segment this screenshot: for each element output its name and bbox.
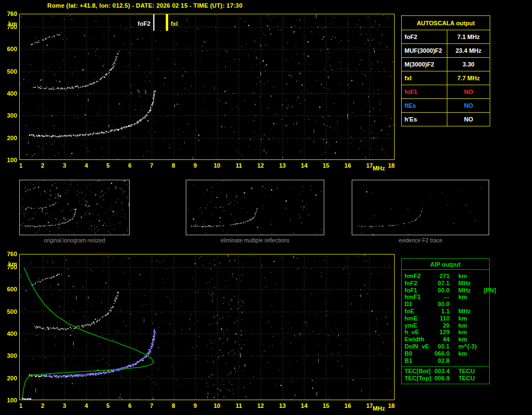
aip-param-name: foF2 [404, 280, 432, 287]
x-tick-restored-2: 2 [37, 403, 48, 409]
fof2-marker-line [153, 14, 154, 31]
y-tick-restored-300: 300 [2, 353, 17, 359]
autoscala-row-M(3000)F2: M(3000)F23.30 [402, 58, 490, 71]
x-tick-main-18: 18 [386, 163, 397, 169]
y-tick-restored-600: 600 [2, 286, 17, 292]
autoscala-row-foF1: foF1NO [402, 85, 490, 99]
y-tick-main-300: 300 [2, 113, 17, 119]
x-tick-main-3: 3 [59, 163, 70, 169]
autoscala-param-value: NO [447, 85, 490, 99]
autoscala-param-label: foF2 [402, 30, 447, 44]
autoscala-row-ftEs: ftEsNO [402, 99, 490, 113]
aip-param-note [479, 357, 489, 364]
x-tick-main-14: 14 [298, 163, 309, 169]
x-tick-restored-10: 10 [212, 403, 223, 409]
autoscala-param-value: 3.30 [447, 58, 490, 71]
x-tick-restored-8: 8 [168, 403, 179, 409]
x-tick-main-16: 16 [342, 163, 353, 169]
y-tick-main-400: 400 [2, 91, 17, 97]
aip-row-h_vE: h_vE129km [404, 329, 489, 336]
aip-param-unit: km [450, 294, 479, 301]
aip-param-value: 00.1 [432, 343, 450, 350]
aip-row-B0: B0066.0km [404, 350, 489, 357]
aip-param-note [479, 315, 489, 322]
aip-param-note [479, 336, 489, 343]
aip-param-name: ymE [404, 322, 432, 329]
aip-param-value: 07.1 [432, 280, 450, 287]
x-tick-main-1: 1 [15, 163, 26, 169]
aip-param-value: 00.0 [432, 301, 450, 308]
autoscala-param-label: h'Es [402, 113, 447, 126]
aip-param-value: 1.1 [432, 308, 450, 315]
aip-row-DelN_vE: DelN_vE00.1m^(-3) [404, 343, 489, 350]
autoscala-param-label: MUF(3000)F2 [402, 44, 447, 58]
autoscala-param-label: M(3000)F2 [402, 58, 447, 71]
aip-param-name: foE [404, 308, 432, 315]
aip-param-value: 066.0 [432, 350, 450, 357]
x-axis-unit-main: MHz [370, 165, 387, 171]
aip-param-unit: km [450, 273, 479, 280]
thumbnail-f2-canvas [352, 180, 489, 235]
thumbnail-caption-original: original ionogram resized [19, 237, 130, 244]
aip-row-B1: B102.8 [404, 357, 489, 364]
aip-param-note [479, 368, 489, 375]
x-tick-restored-16: 16 [342, 403, 353, 409]
aip-param-unit: MHz [450, 287, 479, 294]
x-tick-main-10: 10 [212, 163, 223, 169]
main-ionogram-plot [19, 14, 395, 160]
x-tick-main-7: 7 [146, 163, 157, 169]
autoscala-row-MUF(3000)F2: MUF(3000)F223.4 MHz [402, 44, 490, 58]
x-tick-restored-11: 11 [233, 403, 244, 409]
autoscala-param-value: 7.7 MHz [447, 71, 490, 85]
x-tick-main-15: 15 [320, 163, 331, 169]
restored-ionogram-plot [19, 254, 395, 400]
aip-param-note [479, 343, 489, 350]
aip-param-unit: km [450, 336, 479, 343]
aip-param-value: 20 [432, 322, 450, 329]
aip-param-unit: km [450, 329, 479, 336]
x-tick-restored-6: 6 [124, 403, 135, 409]
x-tick-main-8: 8 [168, 163, 179, 169]
thumbnail-eliminate-reflections [186, 180, 324, 235]
y-tick-restored-200: 200 [2, 375, 17, 381]
aip-row-foF2: foF207.1MHz [404, 280, 489, 287]
x-tick-restored-12: 12 [255, 403, 266, 409]
x-tick-main-6: 6 [124, 163, 135, 169]
x-tick-main-2: 2 [37, 163, 48, 169]
fof2-marker-label: foF2 [132, 21, 151, 27]
y-tick-main-760: 760 [2, 11, 17, 17]
aip-param-note [479, 375, 489, 382]
autoscala-param-label: foF1 [402, 85, 447, 99]
x-tick-main-11: 11 [233, 163, 244, 169]
aip-param-unit: km [450, 315, 479, 322]
y-tick-restored-500: 500 [2, 309, 17, 315]
autoscala-param-label: ftEs [402, 99, 447, 113]
aip-param-note [479, 308, 489, 315]
x-tick-restored-13: 13 [277, 403, 288, 409]
autoscala-row-h'Es: h'EsNO [402, 113, 490, 126]
autoscala-param-value: 23.4 MHz [447, 44, 490, 58]
autoscala-param-value: 7.1 MHz [447, 30, 490, 44]
aip-param-name: hmF2 [404, 273, 432, 280]
x-tick-restored-14: 14 [298, 403, 309, 409]
aip-param-note [479, 322, 489, 329]
autoscala-header-row: AUTOSCALA output [402, 16, 490, 30]
aip-param-note: [PN] [479, 287, 496, 294]
aip-param-note [479, 329, 489, 336]
aip-param-unit: km [450, 322, 479, 329]
y-axis-unit-restored: km [2, 261, 17, 267]
autoscala-title: AUTOSCALA output [402, 16, 490, 30]
thumbnail-eliminate-canvas [186, 180, 324, 235]
x-tick-restored-3: 3 [59, 403, 70, 409]
autoscala-param-value: NO [447, 113, 490, 126]
autoscala-output-screen: Rome (lat: +41.8, lon: 012.5) - DATE: 20… [0, 0, 532, 415]
aip-row-D1: D100.0 [404, 301, 489, 308]
aip-tec-section: TEC[Bot]003.4TECUTEC[Top]006.9TECU [402, 366, 489, 384]
aip-row-TEC[Top]: TEC[Top]006.9TECU [404, 375, 489, 382]
aip-param-note [479, 350, 489, 357]
y-axis-unit-main: km [2, 21, 17, 27]
aip-param-unit: TECU [450, 368, 479, 375]
aip-param-value: 44 [432, 336, 450, 343]
aip-param-note [479, 294, 489, 301]
aip-param-value: 006.9 [432, 375, 450, 382]
